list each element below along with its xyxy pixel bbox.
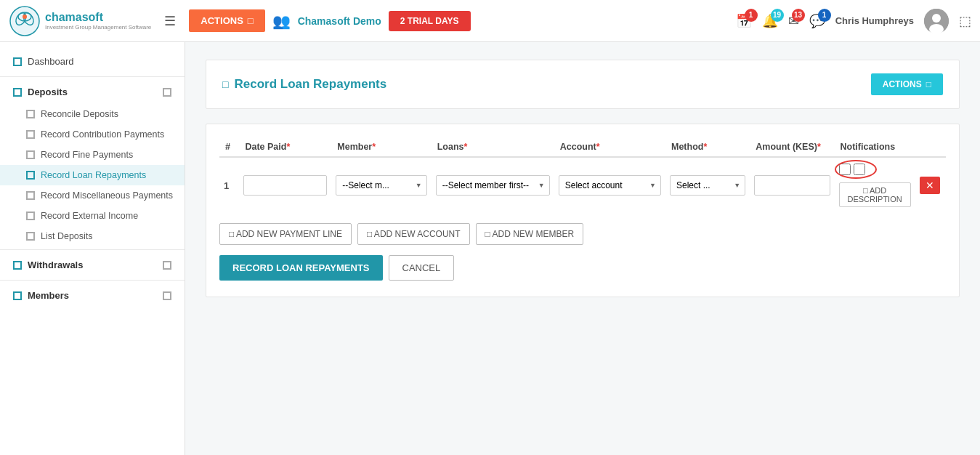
col-loans: Loans* <box>432 137 554 157</box>
message-badge: 13 <box>792 9 805 22</box>
demo-label: Chamasoft Demo <box>298 15 381 27</box>
delete-cell: ✕ <box>915 157 946 213</box>
payment-table: # Date Paid* Member* Loans* Account* <box>219 137 946 213</box>
col-amount: Amount (KES)* <box>750 137 834 157</box>
external-label: Record External Income <box>41 211 138 221</box>
divider-1 <box>0 76 185 77</box>
col-method: Method* <box>665 137 750 157</box>
row-number: 1 <box>219 157 239 213</box>
notification-icon-wrap[interactable]: 🔔 19 <box>762 13 778 29</box>
bell-badge: 1 <box>818 9 831 22</box>
loans-required: * <box>463 142 467 152</box>
account-select-wrap: Select account <box>559 175 661 196</box>
sidebar-item-reconcile[interactable]: Reconcile Deposits <box>0 104 185 124</box>
list-deposits-icon <box>26 232 35 241</box>
add-description-wrap: □ ADD DESCRIPTION <box>839 180 911 207</box>
member-select-wrap: --Select m... <box>336 175 426 196</box>
logout-icon[interactable]: ⬚ <box>959 13 971 29</box>
topnav-actions-button[interactable]: ACTIONS □ <box>189 9 264 32</box>
method-select[interactable]: Select ... <box>670 175 745 196</box>
users-icon: 👥 <box>272 12 291 30</box>
message-icon-wrap[interactable]: ✉ 13 <box>788 13 799 29</box>
page-title-icon: □ <box>222 78 228 90</box>
loans-select[interactable]: --Select member first-- <box>436 175 550 196</box>
deposits-expand-icon <box>163 88 171 97</box>
sidebar-item-fine[interactable]: Record Fine Payments <box>0 145 185 165</box>
members-expand-icon <box>163 291 171 300</box>
notification-badge: 19 <box>771 9 784 22</box>
sms-checkbox[interactable] <box>839 164 851 175</box>
account-select[interactable]: Select account <box>559 175 661 196</box>
col-date: Date Paid* <box>239 137 331 157</box>
cancel-button[interactable]: CANCEL <box>389 255 455 281</box>
logo-icon <box>9 5 41 37</box>
members-section-label: Members <box>13 290 69 301</box>
loans-cell: --Select member first-- <box>432 157 554 213</box>
member-select[interactable]: --Select m... <box>336 175 426 196</box>
page-title: □ Record Loan Repayments <box>222 77 386 92</box>
table-row: 1 --Select m... <box>219 157 946 213</box>
loans-select-wrap: --Select member first-- <box>436 175 550 196</box>
record-loan-repayments-button[interactable]: RECORD LOAN REPAYMENTS <box>219 255 383 281</box>
table-card: # Date Paid* Member* Loans* Account* <box>206 124 960 297</box>
add-account-button[interactable]: □ ADD NEW ACCOUNT <box>357 223 470 245</box>
members-label: Members <box>28 290 69 301</box>
sidebar-item-loan-repayments[interactable]: Record Loan Repayments <box>0 165 185 185</box>
actions-icon: □ <box>248 15 254 26</box>
bell-icon-wrap[interactable]: 💬 1 <box>809 13 825 29</box>
add-description-button[interactable]: □ ADD DESCRIPTION <box>839 182 911 207</box>
contribution-icon <box>26 130 35 139</box>
sidebar-item-dashboard[interactable]: Dashboard <box>0 49 185 73</box>
email-checkbox[interactable] <box>854 164 865 175</box>
date-input[interactable] <box>243 175 327 196</box>
method-select-wrap: Select ... <box>670 175 745 196</box>
sidebar-item-withdrawals[interactable]: Withdrawals <box>0 253 185 277</box>
sidebar-item-list-deposits[interactable]: List Deposits <box>0 226 185 246</box>
loan-repayments-icon <box>26 171 35 180</box>
misc-icon <box>26 191 35 200</box>
page-actions-button[interactable]: ACTIONS □ <box>871 73 943 95</box>
delete-row-button[interactable]: ✕ <box>920 177 940 194</box>
sidebar-item-misc[interactable]: Record Miscellaneous Payments <box>0 185 185 206</box>
svg-point-4 <box>23 15 27 19</box>
col-delete <box>915 137 946 157</box>
col-notifications: Notifications <box>835 137 915 157</box>
external-icon <box>26 212 35 220</box>
sidebar-item-contribution[interactable]: Record Contribution Payments <box>0 124 185 145</box>
trial-badge: 2 TRIAL DAYS <box>389 11 471 31</box>
page-title-text: Record Loan Repayments <box>234 77 386 92</box>
amount-input[interactable] <box>754 175 830 196</box>
dashboard-icon <box>13 57 22 66</box>
divider-2 <box>0 249 185 250</box>
contribution-label: Record Contribution Payments <box>41 129 164 140</box>
amount-required: * <box>817 142 821 152</box>
hamburger-icon[interactable]: ☰ <box>164 13 176 29</box>
amount-cell <box>750 157 834 213</box>
sidebar-item-members[interactable]: Members <box>0 283 185 307</box>
logo-text: chamasoft Investment Group Management So… <box>45 11 151 31</box>
sidebar: Dashboard Deposits Reconcile Deposits Re… <box>0 42 185 455</box>
sidebar-item-external[interactable]: Record External Income <box>0 206 185 226</box>
add-buttons-row: □ ADD NEW PAYMENT LINE □ ADD NEW ACCOUNT… <box>219 223 946 245</box>
nav-right: 📅 1 🔔 19 ✉ 13 💬 1 Chris Humphreys ⬚ <box>736 9 971 33</box>
main-content: □ Record Loan Repayments ACTIONS □ # Dat… <box>185 42 980 455</box>
logo-area: chamasoft Investment Group Management So… <box>9 5 151 37</box>
deposits-icon <box>13 88 22 97</box>
notifications-cell: □ ADD DESCRIPTION <box>835 157 915 213</box>
top-navigation: chamasoft Investment Group Management So… <box>0 0 980 42</box>
calendar-icon-wrap[interactable]: 📅 1 <box>736 13 752 29</box>
account-required: * <box>596 142 600 152</box>
deposits-section-label: Deposits <box>13 86 68 97</box>
withdrawals-expand-icon <box>163 261 171 270</box>
reconcile-icon <box>26 110 35 118</box>
col-account: Account* <box>554 137 665 157</box>
withdrawals-label: Withdrawals <box>28 259 83 270</box>
dashboard-label: Dashboard <box>28 56 74 67</box>
add-member-button[interactable]: □ ADD NEW MEMBER <box>476 223 584 245</box>
page-actions-icon: □ <box>926 79 931 89</box>
svg-point-6 <box>932 14 941 23</box>
fine-label: Record Fine Payments <box>41 150 133 160</box>
sidebar-item-deposits[interactable]: Deposits <box>0 80 185 104</box>
date-cell <box>239 157 331 213</box>
add-payment-line-button[interactable]: □ ADD NEW PAYMENT LINE <box>219 223 352 245</box>
